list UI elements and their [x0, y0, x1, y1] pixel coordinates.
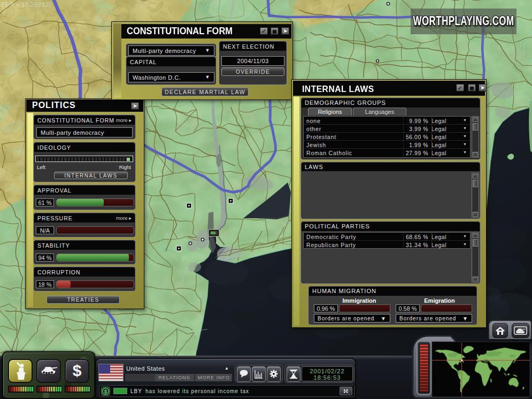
svg-text:$: $	[104, 389, 107, 394]
svg-text:FPS = 15.269339: FPS = 15.269339	[2, 1, 52, 9]
